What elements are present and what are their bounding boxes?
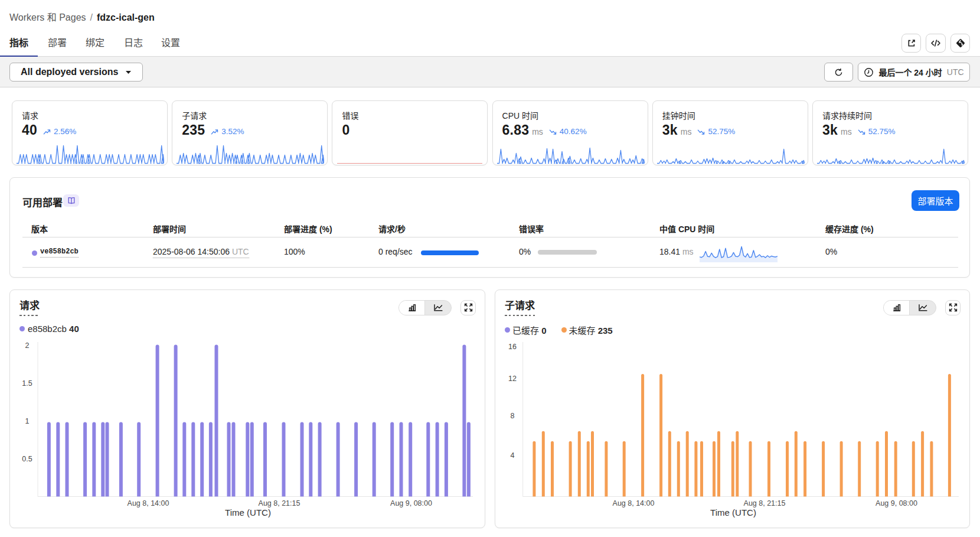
svg-text:Aug 8, 14:00: Aug 8, 14:00: [128, 499, 169, 507]
svg-text:Time (UTC): Time (UTC): [710, 507, 756, 518]
svg-text:4: 4: [511, 451, 515, 460]
svg-text:8: 8: [511, 412, 515, 420]
svg-text:2: 2: [25, 341, 30, 350]
svg-text:Aug 8, 21:15: Aug 8, 21:15: [259, 499, 300, 507]
svg-text:16: 16: [508, 343, 517, 351]
svg-text:1: 1: [25, 417, 30, 425]
svg-text:Aug 8, 21:15: Aug 8, 21:15: [744, 499, 786, 507]
svg-text:Aug 9, 08:00: Aug 9, 08:00: [390, 499, 432, 507]
svg-text:1.5: 1.5: [22, 379, 32, 388]
svg-text:Aug 8, 14:00: Aug 8, 14:00: [613, 499, 655, 507]
svg-text:Time (UTC): Time (UTC): [225, 507, 271, 518]
svg-text:Aug 9, 08:00: Aug 9, 08:00: [876, 499, 917, 507]
svg-text:0.5: 0.5: [22, 455, 32, 463]
svg-text:12: 12: [508, 375, 517, 383]
